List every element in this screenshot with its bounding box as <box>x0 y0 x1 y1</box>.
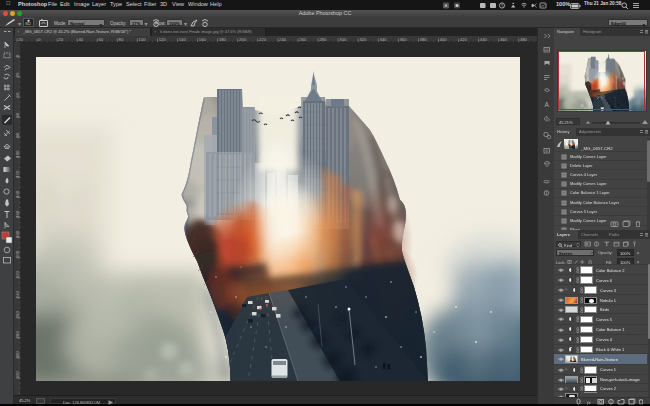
svg-text:480: 480 <box>520 36 528 41</box>
svg-text:400: 400 <box>440 36 448 41</box>
svg-text:280: 280 <box>319 36 327 41</box>
svg-text:320: 320 <box>359 36 367 41</box>
svg-text:160: 160 <box>199 36 207 41</box>
svg-text:80: 80 <box>119 36 124 41</box>
svg-text:20: 20 <box>18 36 23 41</box>
svg-text:0: 0 <box>38 36 41 41</box>
svg-text:100: 100 <box>139 36 147 41</box>
svg-text:cp: cp <box>544 178 550 184</box>
svg-text:240: 240 <box>279 36 287 41</box>
svg-text:842: 842 <box>25 22 31 26</box>
svg-text:420: 420 <box>460 36 468 41</box>
svg-text:200: 200 <box>239 36 247 41</box>
svg-text:140: 140 <box>179 36 187 41</box>
svg-text:340: 340 <box>379 36 387 41</box>
svg-text:A: A <box>545 101 550 108</box>
svg-text:460: 460 <box>500 36 508 41</box>
svg-text:220: 220 <box>259 36 267 41</box>
svg-text:180: 180 <box>219 36 227 41</box>
svg-text:360: 360 <box>400 36 408 41</box>
svg-text:260: 260 <box>299 36 307 41</box>
svg-text:120: 120 <box>159 36 167 41</box>
svg-text:440: 440 <box>480 36 488 41</box>
svg-text:60: 60 <box>98 36 103 41</box>
svg-text:20: 20 <box>58 36 63 41</box>
svg-text:380: 380 <box>420 36 428 41</box>
svg-text:fx: fx <box>587 400 591 405</box>
svg-text:300: 300 <box>339 36 347 41</box>
svg-text:40: 40 <box>78 36 83 41</box>
